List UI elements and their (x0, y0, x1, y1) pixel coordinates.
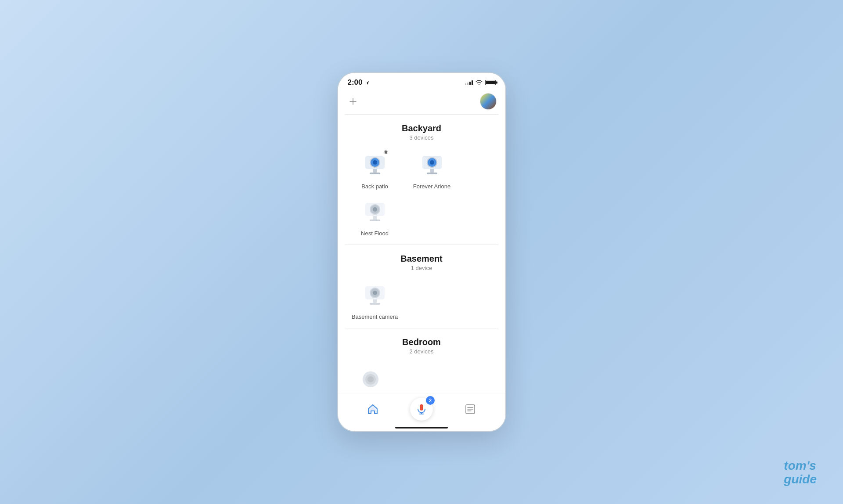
room-basement: Basement 1 device Ba (338, 245, 505, 328)
activity-icon (465, 403, 476, 417)
svg-rect-18 (373, 216, 377, 220)
bedroom-devices (345, 362, 498, 393)
device-name-basement-camera: Basement camera (352, 313, 398, 321)
watermark-line2: guide (784, 473, 817, 486)
phone-frame: 2:00 (337, 72, 506, 432)
home-indicator (395, 427, 448, 428)
camera-svg-bedroom (359, 362, 391, 393)
device-nest-flood[interactable]: Nest Flood (349, 195, 401, 238)
home-icon (367, 403, 378, 417)
svg-rect-7 (370, 173, 380, 174)
backyard-title: Backyard (345, 123, 498, 133)
camera-svg-basement (359, 278, 391, 310)
camera-svg-nest-flood (359, 195, 391, 227)
location-arrow-icon (364, 80, 369, 85)
device-bedroom-partial[interactable] (349, 362, 401, 393)
svg-rect-12 (430, 169, 434, 173)
svg-rect-24 (373, 299, 377, 303)
gear-icon (382, 149, 389, 156)
camera-icon-basement (359, 278, 391, 310)
bedroom-count: 2 devices (345, 348, 498, 355)
camera-icon-back-patio (359, 148, 391, 180)
microphone-icon (416, 403, 427, 415)
status-time: 2:00 (348, 78, 369, 87)
device-forever-arlone[interactable]: Forever Arlone (406, 148, 458, 191)
watermark: tom's guide (784, 459, 817, 486)
backyard-count: 3 devices (345, 134, 498, 141)
device-back-patio[interactable]: Back patio (349, 148, 401, 191)
profile-avatar[interactable] (480, 93, 497, 110)
svg-rect-19 (370, 220, 380, 221)
basement-count: 1 device (345, 265, 498, 271)
device-name-nest-flood: Nest Flood (361, 230, 389, 238)
svg-point-5 (373, 160, 377, 165)
room-bedroom: Bedroom 2 devices (338, 328, 505, 393)
plus-icon (349, 97, 357, 106)
device-basement-camera[interactable]: Basement camera (349, 278, 401, 321)
camera-icon-nest-flood (359, 195, 391, 227)
svg-rect-25 (370, 303, 380, 305)
device-name-forever-arlone: Forever Arlone (413, 183, 450, 191)
svg-point-28 (367, 376, 374, 382)
svg-point-23 (373, 291, 377, 295)
app-header (338, 90, 505, 114)
status-bar: 2:00 (338, 73, 505, 90)
svg-point-11 (430, 160, 434, 165)
room-backyard: Backyard 3 devices (338, 115, 505, 245)
svg-point-17 (373, 207, 377, 212)
nav-home[interactable] (358, 402, 387, 418)
battery-icon (485, 80, 496, 85)
wifi-icon (476, 80, 483, 85)
basement-devices: Basement camera (345, 278, 498, 321)
signal-icon (465, 80, 473, 85)
device-name-back-patio: Back patio (361, 183, 388, 191)
voice-button-wrapper: 2 (410, 398, 433, 422)
bottom-nav: 2 (338, 393, 505, 431)
scroll-content[interactable]: Backyard 3 devices (338, 114, 505, 393)
backyard-devices: Back patio Forever Arlon (345, 148, 498, 238)
svg-rect-13 (427, 173, 437, 174)
camera-icon-bedroom (359, 362, 391, 393)
svg-rect-29 (420, 404, 423, 410)
status-icons (465, 80, 496, 85)
watermark-line1: tom's (784, 459, 817, 473)
gear-badge-back-patio (381, 148, 391, 158)
basement-title: Basement (345, 254, 498, 264)
voice-badge: 2 (426, 396, 435, 405)
time-display: 2:00 (348, 78, 363, 87)
camera-svg-forever-arlone (416, 148, 448, 180)
add-button[interactable] (347, 95, 359, 108)
nav-activity[interactable] (456, 402, 485, 418)
svg-rect-6 (373, 169, 377, 173)
camera-icon-forever-arlone (416, 148, 448, 180)
bedroom-title: Bedroom (345, 337, 498, 347)
